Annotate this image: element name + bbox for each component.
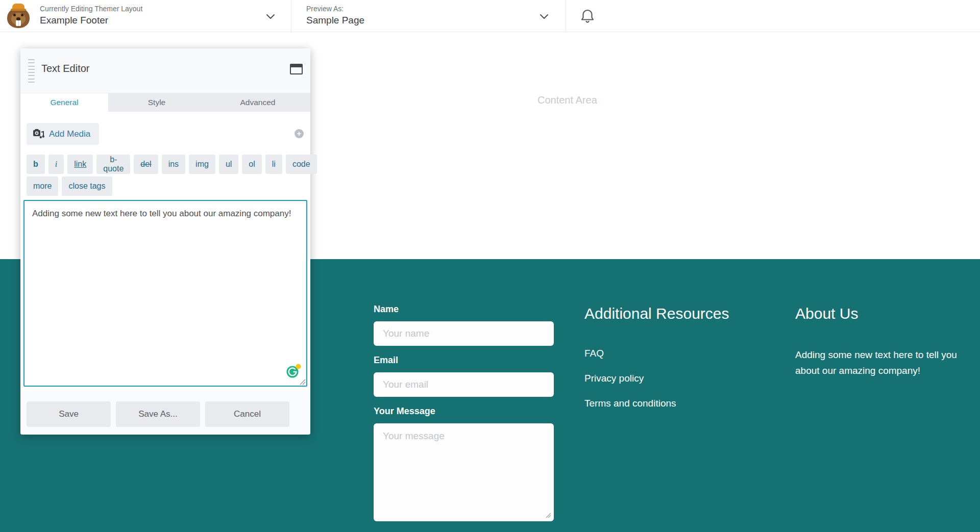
footer-about-column: About Us Adding some new text here to te… bbox=[795, 305, 978, 378]
panel-footer: Save Save As... Cancel bbox=[20, 390, 310, 435]
text-editor-textarea[interactable]: Adding some new text here to tell you ab… bbox=[23, 200, 307, 387]
quicktag-ins[interactable]: ins bbox=[162, 155, 185, 174]
email-label: Email bbox=[374, 355, 554, 366]
grammarly-icon[interactable] bbox=[285, 363, 302, 379]
privacy-policy-link[interactable]: Privacy policy bbox=[584, 373, 729, 384]
resources-heading: Additional Resources bbox=[584, 305, 729, 322]
text-editor-area: Adding some new text here to tell you ab… bbox=[23, 200, 307, 387]
tab-general[interactable]: General bbox=[20, 93, 108, 112]
panel-tabs: General Style Advanced bbox=[20, 93, 310, 112]
text-editor-settings-panel: Text Editor General Style Advanced Add M… bbox=[20, 48, 310, 435]
tab-advanced[interactable]: Advanced bbox=[205, 93, 310, 112]
message-label: Your Message bbox=[374, 406, 554, 417]
quicktag-del[interactable]: del bbox=[134, 155, 158, 174]
preview-as-selector[interactable]: Preview As: Sample Page bbox=[306, 5, 364, 27]
quicktag-ol[interactable]: ol bbox=[242, 155, 261, 174]
chevron-down-icon[interactable] bbox=[540, 14, 549, 20]
notifications-bell-icon[interactable] bbox=[580, 8, 595, 24]
layout-name: Example Footer bbox=[40, 14, 142, 27]
quicktag-close-tags[interactable]: close tags bbox=[62, 176, 112, 196]
resize-handle-icon[interactable] bbox=[299, 378, 306, 385]
terms-link[interactable]: Terms and conditions bbox=[584, 398, 729, 409]
divider bbox=[291, 0, 291, 32]
faq-link[interactable]: FAQ bbox=[584, 348, 729, 359]
quicktag-li[interactable]: li bbox=[265, 155, 282, 174]
divider bbox=[566, 0, 566, 32]
current-layout-selector[interactable]: Currently Editing Themer Layout Example … bbox=[40, 5, 142, 27]
add-media-button[interactable]: Add Media bbox=[27, 123, 99, 145]
panel-header: Text Editor bbox=[20, 48, 310, 93]
quicktags-toolbar-row2: more close tags bbox=[27, 176, 112, 196]
beaver-builder-logo[interactable] bbox=[6, 4, 31, 29]
chevron-down-icon[interactable] bbox=[266, 14, 275, 20]
about-heading: About Us bbox=[795, 305, 978, 322]
panel-body: Add Media + b i link b-quote del ins img… bbox=[20, 112, 310, 390]
add-field-plus-icon[interactable]: + bbox=[295, 129, 304, 138]
panel-title: Text Editor bbox=[41, 63, 89, 74]
save-as-button[interactable]: Save As... bbox=[116, 401, 200, 427]
add-media-label: Add Media bbox=[49, 129, 90, 139]
footer-contact-form: Name Email Your Message bbox=[374, 304, 554, 521]
quicktags-toolbar-row1: b i link b-quote del ins img ul ol li co… bbox=[27, 155, 317, 174]
email-field[interactable] bbox=[374, 372, 554, 397]
window-pin-icon[interactable] bbox=[290, 64, 303, 74]
message-field[interactable] bbox=[374, 423, 554, 521]
about-text: Adding some new text here to tell you ab… bbox=[795, 347, 978, 378]
quicktag-code[interactable]: code bbox=[286, 155, 317, 174]
preview-as-value: Sample Page bbox=[306, 14, 364, 27]
name-field[interactable] bbox=[374, 321, 554, 346]
drag-handle[interactable] bbox=[28, 59, 35, 83]
quicktag-bquote[interactable]: b-quote bbox=[96, 155, 130, 174]
preview-as-label: Preview As: bbox=[306, 5, 364, 13]
quicktag-more[interactable]: more bbox=[27, 176, 58, 196]
quicktag-bold[interactable]: b bbox=[27, 155, 45, 174]
quicktag-img[interactable]: img bbox=[189, 155, 215, 174]
name-label: Name bbox=[374, 304, 554, 315]
content-area-placeholder: Content Area bbox=[537, 94, 597, 106]
beaver-builder-editor: Content Area om Name Email Your Message … bbox=[0, 0, 980, 532]
media-camera-icon bbox=[33, 129, 44, 139]
quicktag-ul[interactable]: ul bbox=[219, 155, 238, 174]
save-button[interactable]: Save bbox=[27, 401, 111, 427]
quicktag-link[interactable]: link bbox=[67, 155, 93, 174]
footer-resources-column: Additional Resources FAQ Privacy policy … bbox=[584, 305, 729, 409]
resize-handle-icon[interactable] bbox=[545, 512, 551, 518]
top-bar: Currently Editing Themer Layout Example … bbox=[0, 0, 980, 32]
tab-style[interactable]: Style bbox=[108, 93, 205, 112]
quicktag-italic[interactable]: i bbox=[48, 155, 64, 174]
cancel-button[interactable]: Cancel bbox=[205, 401, 289, 427]
currently-editing-label: Currently Editing Themer Layout bbox=[40, 5, 142, 13]
